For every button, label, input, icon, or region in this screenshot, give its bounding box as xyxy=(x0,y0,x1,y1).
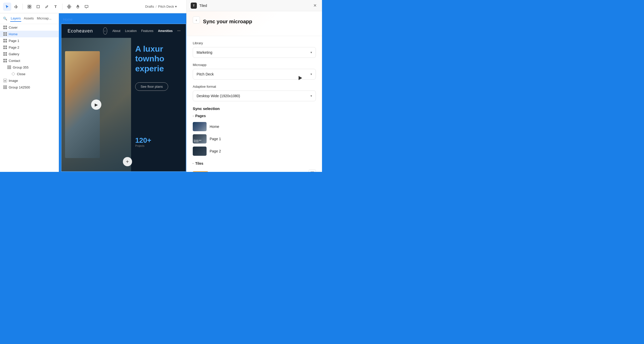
layer-contact[interactable]: Contact xyxy=(0,57,59,64)
select-tool-btn[interactable] xyxy=(3,3,11,11)
breadcrumb: Drafts / Pitch Deck ▾ xyxy=(145,5,177,8)
breadcrumb-current[interactable]: Pitch Deck ▾ xyxy=(158,5,177,8)
layer-group355[interactable]: Group 355 xyxy=(0,64,59,71)
panel-content: Library Marketing ▾ Microapp Pitch Deck … xyxy=(187,36,322,172)
layer-page2[interactable]: Page 2 xyxy=(0,44,59,51)
nav-amenities[interactable]: Amenities xyxy=(158,29,173,33)
tile-name-homebtn: Home BTN xyxy=(211,171,306,172)
website-preview: Ecoheaven ← About Location Features Amen… xyxy=(61,24,186,171)
breadcrumb-separator: / xyxy=(156,5,157,8)
sidebar-tabs: 🔍 Layers Assets Microap... xyxy=(0,13,59,24)
stat-block-1: 120+ Projects xyxy=(135,136,151,147)
svg-rect-0 xyxy=(28,5,29,6)
layer-home[interactable]: Home xyxy=(0,31,59,37)
layer-gallery-icon xyxy=(3,52,7,56)
left-sidebar: 🔍 Layers Assets Microap... Cover Home Pa… xyxy=(0,13,59,172)
pen-tool-btn[interactable] xyxy=(43,3,51,11)
page-name-page1: Page 1 xyxy=(210,137,221,141)
adaptive-format-value: Desktop Wide (1920x1080) xyxy=(197,94,240,98)
site-hero-image: ▶ xyxy=(61,38,131,171)
canvas-frame: Ecoheaven ← About Location Features Amen… xyxy=(61,24,186,172)
frame-tool-btn[interactable] xyxy=(25,3,34,11)
page-name-page2: Page 2 xyxy=(210,149,221,153)
tiles-section-header[interactable]: › Tiles xyxy=(193,161,316,165)
page-item-home[interactable]: Home xyxy=(193,120,316,133)
comment-tool-btn[interactable] xyxy=(82,3,91,11)
layer-image[interactable]: ▣ Image xyxy=(0,77,59,84)
stat1-label: Projects xyxy=(135,145,151,147)
tab-microapp[interactable]: Microap... xyxy=(36,15,52,22)
library-select[interactable]: Marketing ▾ xyxy=(193,47,316,58)
page-name-home: Home xyxy=(210,125,219,129)
component-tool-btn[interactable] xyxy=(65,3,73,11)
sidebar-search-icon[interactable]: 🔍 xyxy=(3,17,7,20)
stat1-num: 120+ xyxy=(135,136,151,145)
move-tool-btn[interactable] xyxy=(12,3,20,11)
pages-section: › Pages Home Elevate your lifestyle xyxy=(193,114,316,157)
tile-item-homebtn[interactable]: Get started Home BTN 🖼 xyxy=(193,168,316,172)
layer-cover[interactable]: Cover xyxy=(0,24,59,31)
layer-image-label: Image xyxy=(9,79,18,83)
svg-rect-1 xyxy=(30,5,31,6)
layer-page1[interactable]: Page 1 xyxy=(0,37,59,44)
site-nav-back-btn[interactable]: ← xyxy=(103,27,107,35)
layer-gallery-label: Gallery xyxy=(9,52,19,56)
tab-layers[interactable]: Layers xyxy=(10,15,21,22)
hand-tool-btn[interactable] xyxy=(74,3,82,11)
svg-rect-6 xyxy=(67,6,69,7)
toolbar-sep-1 xyxy=(23,4,23,10)
hero-line2: townho xyxy=(135,54,164,63)
nav-more: ••• xyxy=(177,29,181,33)
panel-app-icon: T xyxy=(191,3,197,9)
layer-page1-label: Page 1 xyxy=(9,39,19,43)
editor-container: T Drafts / Pitch Deck ▾ ▶ Present xyxy=(0,0,322,172)
layer-contact-label: Contact xyxy=(9,59,20,63)
canvas-area: Home Ecoheaven ← About Location Features… xyxy=(59,13,186,172)
page-thumb-page1: Elevate your lifestyle xyxy=(193,134,207,143)
tiles-section-label: Tiles xyxy=(195,161,203,165)
panel-back-btn[interactable]: ‹ xyxy=(193,16,200,24)
nav-features[interactable]: Features xyxy=(141,29,153,33)
text-tool-btn[interactable]: T xyxy=(51,3,60,11)
site-logo: Ecoheaven xyxy=(68,28,93,34)
breadcrumb-chevron: ▾ xyxy=(175,5,177,8)
site-cta-btn[interactable]: See floor plans xyxy=(135,82,168,91)
site-cta-area: See floor plans xyxy=(131,79,186,94)
layer-gallery[interactable]: Gallery xyxy=(0,51,59,57)
layer-page1-icon xyxy=(3,39,7,43)
page-item-page2[interactable]: Page 2 xyxy=(193,145,316,157)
pages-chevron: › xyxy=(193,114,194,117)
hero-line3: experie xyxy=(135,64,164,73)
nav-about[interactable]: About xyxy=(112,29,120,33)
page-item-page1[interactable]: Elevate your lifestyle Page 1 xyxy=(193,133,316,145)
layer-contact-icon xyxy=(3,59,7,63)
toolbar-left-group xyxy=(3,3,20,11)
svg-rect-8 xyxy=(68,5,70,6)
library-label: Library xyxy=(193,41,316,45)
layer-close[interactable]: Close xyxy=(0,71,59,77)
panel-close-btn[interactable]: ✕ xyxy=(312,3,318,9)
svg-rect-2 xyxy=(28,7,29,8)
hero-play-btn[interactable]: ▶ xyxy=(91,99,101,110)
panel-body: ‹ Sync your microapp Library Marketing ▾… xyxy=(187,11,322,172)
canvas-add-btn[interactable]: + xyxy=(123,157,132,166)
site-nav: Ecoheaven ← About Location Features Amen… xyxy=(61,24,186,38)
layer-group142500-label: Group 142500 xyxy=(9,85,30,89)
nav-location[interactable]: Location xyxy=(125,29,136,33)
layer-group142500[interactable]: Group 142500 xyxy=(0,84,59,91)
site-hero-text: A luxur townho experie xyxy=(131,38,186,113)
layer-cover-icon xyxy=(3,25,7,29)
pages-section-header[interactable]: › Pages xyxy=(193,114,316,118)
layer-close-label: Close xyxy=(17,72,25,76)
microapp-label: Microapp xyxy=(193,63,316,67)
panel-app-name: Tiled xyxy=(199,4,207,8)
layer-group355-icon xyxy=(7,65,11,69)
adaptive-format-arrow: ▾ xyxy=(310,94,312,98)
tiles-section: › Tiles Get started Home BTN 🖼 xyxy=(193,161,316,172)
shape-tool-btn[interactable] xyxy=(34,3,42,11)
adaptive-format-select[interactable]: Desktop Wide (1920x1080) ▾ xyxy=(193,91,316,101)
layer-page2-icon xyxy=(3,45,7,49)
toolbar-sep-2 xyxy=(62,4,62,10)
library-value: Marketing xyxy=(197,50,212,54)
tab-assets[interactable]: Assets xyxy=(23,15,34,22)
